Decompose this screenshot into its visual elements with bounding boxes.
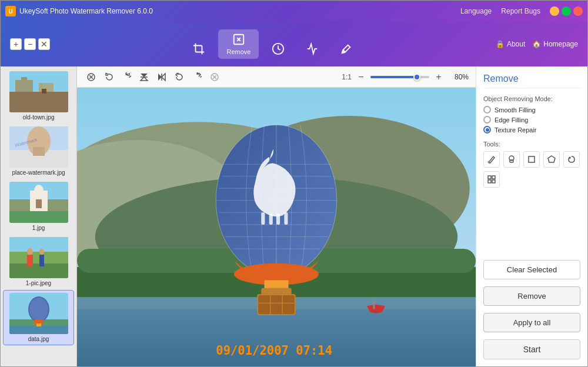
lasso-icon [567, 155, 576, 164]
rect-tool-button[interactable] [523, 151, 540, 168]
polygon-tool-button[interactable] [543, 151, 560, 168]
svg-point-21 [27, 248, 33, 255]
spacer [483, 195, 580, 253]
selection-tool-button[interactable] [84, 70, 98, 84]
zoom-slider-thumb[interactable] [413, 74, 420, 81]
edge-filling-label: Edge Filling [495, 116, 528, 124]
zoom-slider[interactable] [370, 76, 429, 78]
flip-h-button[interactable] [155, 70, 169, 84]
clear-selected-button[interactable]: Clear Selected [483, 260, 580, 279]
start-button[interactable]: Start [483, 339, 580, 359]
close-file-button[interactable]: ✕ [38, 38, 50, 50]
list-item[interactable]: Watermark place-watermark.jpg [3, 124, 74, 178]
rotate-cw-icon [122, 72, 131, 82]
svg-rect-17 [36, 199, 42, 208]
list-item[interactable]: data.jpg [3, 290, 74, 345]
redo-button[interactable] [190, 70, 204, 84]
selection-icon [86, 72, 96, 82]
close-button[interactable] [573, 6, 583, 16]
undo-icon [175, 72, 184, 82]
svg-rect-66 [276, 213, 280, 224]
rotate-ccw-icon [104, 72, 113, 82]
minimize-button[interactable] [550, 6, 559, 16]
about-button[interactable]: 🔒 About [496, 40, 525, 48]
polygon-icon [547, 155, 556, 164]
list-item[interactable]: old-town.jpg [3, 69, 74, 123]
timestamp-text: 09/01/2007 07:14 [216, 343, 332, 358]
tools-section: Tools: [483, 141, 580, 188]
canvas-area[interactable]: 09/01/2007 07:14 [77, 88, 476, 366]
delete-button[interactable] [208, 70, 222, 84]
mode-toolbar: + − ✕ Remove [1, 22, 587, 66]
remove-file-button[interactable]: − [24, 38, 36, 50]
zoom-in-button[interactable]: + [433, 71, 445, 83]
crop-mode-button[interactable] [184, 39, 213, 59]
smooth-filling-radio[interactable] [483, 106, 491, 114]
language-button[interactable]: Language [460, 7, 492, 15]
svg-point-16 [34, 185, 44, 196]
zoom-ratio: 1:1 [342, 73, 352, 81]
svg-marker-36 [141, 77, 148, 81]
removing-mode-radio-group: Smooth Filling Edge Filling Texture Repa… [483, 106, 580, 134]
svg-rect-79 [510, 160, 513, 162]
pattern-tool-button[interactable] [483, 171, 500, 188]
svg-point-77 [488, 161, 490, 164]
smooth-filling-option[interactable]: Smooth Filling [483, 106, 580, 114]
thumb-svg-3 [9, 182, 68, 223]
add-file-button[interactable]: + [10, 38, 22, 50]
undo-button[interactable] [172, 70, 186, 84]
stamp-tool-button[interactable] [503, 151, 520, 168]
brush-tool-button[interactable] [483, 151, 500, 168]
remove-mode-button[interactable]: Remove [218, 29, 259, 59]
object-removing-section: Object Removing Mode: Smooth Filling Edg… [483, 95, 580, 134]
zoom-out-button[interactable]: − [355, 71, 367, 83]
rotate-cw-button[interactable] [119, 70, 133, 84]
homepage-button[interactable]: 🏠 Homepage [532, 40, 578, 48]
edge-filling-radio[interactable] [483, 116, 491, 124]
svg-rect-2 [9, 92, 68, 112]
toolbar-right: 🔒 About 🏠 Homepage [496, 40, 578, 48]
list-item[interactable]: 1-pic.jpeg [3, 235, 74, 289]
report-bugs-button[interactable]: Report Bugs [501, 7, 540, 15]
svg-rect-6 [42, 89, 46, 94]
edge-filling-option[interactable]: Edge Filling [483, 116, 580, 124]
tool-mode-buttons: Remove [184, 29, 361, 59]
svg-rect-22 [27, 255, 33, 266]
maximize-button[interactable] [562, 6, 571, 16]
rect-icon [527, 155, 536, 164]
image-label-5: data.jpg [28, 336, 49, 342]
remove-mode-label: Remove [226, 48, 250, 55]
title-bar-nav: Language Report Bugs [460, 7, 540, 15]
object-removing-label: Object Removing Mode: [483, 95, 580, 102]
repair-mode-button[interactable] [332, 39, 361, 59]
window-btn-row: + − ✕ [10, 38, 50, 50]
svg-rect-4 [21, 77, 27, 80]
texture-repair-option[interactable]: Texture Repair [483, 126, 580, 134]
svg-rect-83 [492, 176, 495, 179]
image-list: old-town.jpg Watermark place-watermark.j… [1, 66, 77, 366]
svg-rect-13 [9, 211, 68, 223]
flip-h-icon [157, 72, 166, 82]
apply-to-all-button[interactable]: Apply to all [483, 313, 580, 332]
svg-rect-80 [529, 156, 534, 162]
main-body: old-town.jpg Watermark place-watermark.j… [1, 66, 587, 366]
lasso-tool-button[interactable] [563, 151, 580, 168]
title-bar-left: U UkeySoft Photo Watermark Remover 6.0.0 [5, 6, 153, 16]
list-item[interactable]: 1.jpg [3, 179, 74, 233]
flip-v-button[interactable] [137, 70, 151, 84]
zoom-value-display: 80% [448, 73, 469, 81]
texture-repair-radio[interactable] [483, 126, 491, 134]
delete-icon [210, 72, 219, 82]
retouch-mode-button[interactable] [263, 39, 293, 59]
svg-marker-39 [162, 74, 165, 81]
enhance-mode-button[interactable] [298, 39, 327, 59]
thumb-svg-4 [9, 237, 68, 278]
app-title: UkeySoft Photo Watermark Remover 6.0.0 [19, 7, 153, 15]
svg-rect-85 [492, 180, 495, 183]
panel-title: Remove [483, 74, 580, 88]
remove-button[interactable]: Remove [483, 286, 580, 306]
rotate-ccw-button[interactable] [102, 70, 116, 84]
image-label-2: place-watermark.jpg [12, 169, 65, 176]
image-label-1: old-town.jpg [23, 114, 55, 121]
svg-rect-72 [258, 295, 295, 314]
